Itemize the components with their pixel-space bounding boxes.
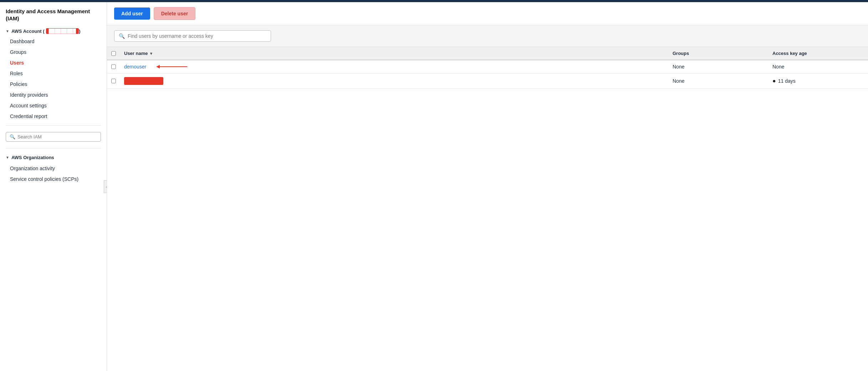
select-all-checkbox[interactable] [111,51,116,56]
search-iam-box: 🔍 [6,132,101,142]
svg-marker-1 [156,65,160,68]
sidebar-item-roles[interactable]: Roles [0,68,107,79]
row1-username-link[interactable]: demouser [124,64,146,70]
check-circle-icon: ● [772,78,776,84]
row1-checkbox-cell [107,61,120,73]
search-iam-input[interactable] [17,134,97,139]
content-area: Add user Delete user 🔍 User name ▼ Grou [107,2,868,371]
users-table: User name ▼ Groups Access key age demous… [107,47,868,89]
row1-username-cell: demouser [120,60,668,73]
sidebar-item-account-settings[interactable]: Account settings [0,100,107,111]
sort-arrow-icon: ▼ [149,51,153,56]
search-iam-icon: 🔍 [10,134,15,139]
user-search-icon: 🔍 [119,33,125,39]
aws-organizations-header[interactable]: ▼ AWS Organizations [0,152,107,163]
account-arrow: ▼ [6,29,9,33]
row2-checkbox[interactable] [111,78,116,83]
row2-groups-cell: None [668,75,768,87]
header-access-key-age: Access key age [768,47,868,60]
row1-checkbox[interactable] [111,64,116,69]
sidebar-item-credential-report[interactable]: Credential report [0,111,107,122]
row1-arrow-annotation [153,65,189,69]
sidebar-item-org-activity[interactable]: Organization activity [0,163,107,174]
sidebar-item-policies[interactable]: Policies [0,79,107,90]
sidebar-item-users[interactable]: Users [0,57,107,68]
add-user-button[interactable]: Add user [114,7,150,20]
user-search-container: 🔍 [107,25,868,47]
aws-account-header[interactable]: ▼ AWS Account ( █████████ ) [0,26,107,36]
account-paren-close: ) [79,29,80,34]
search-iam-wrapper: 🔍 [0,129,107,144]
sidebar-item-groups[interactable]: Groups [0,47,107,57]
table-row: demouser None None [107,60,868,73]
delete-user-button[interactable]: Delete user [154,7,195,20]
org-arrow: ▼ [6,156,9,159]
account-label: AWS Account ( [11,29,45,34]
arrow-annotation-svg [153,65,189,69]
sidebar-title: Identity and Access Management (IAM) [0,8,107,26]
header-groups: Groups [668,47,768,60]
row2-access-key-age: 11 days [778,78,796,84]
table-row: None ● 11 days [107,73,868,89]
row1-groups-cell: None [668,60,768,73]
sidebar-item-scp[interactable]: Service control policies (SCPs) [0,174,107,184]
sidebar: Identity and Access Management (IAM) ▼ A… [0,2,107,371]
sidebar-divider-2 [6,148,101,148]
row2-username-cell [120,73,668,88]
sidebar-item-dashboard[interactable]: Dashboard [0,36,107,47]
toolbar: Add user Delete user [107,2,868,25]
aws-account-section: ▼ AWS Account ( █████████ ) Dashboard Gr… [0,26,107,122]
user-search-input[interactable] [128,33,266,39]
header-username[interactable]: User name ▼ [120,47,668,60]
header-checkbox-cell [107,47,120,60]
main-layout: Identity and Access Management (IAM) ▼ A… [0,2,868,371]
sidebar-collapse-handle[interactable]: ◀ [104,180,107,193]
account-id-badge: █████████ [46,28,79,34]
row2-username-redacted [124,77,163,85]
row2-access-key-cell: ● 11 days [768,74,868,88]
user-search-bar: 🔍 [114,30,271,42]
sidebar-divider-1 [6,125,101,126]
table-header-row: User name ▼ Groups Access key age [107,47,868,60]
row2-checkbox-cell [107,75,120,87]
row1-access-key-cell: None [768,60,868,73]
sidebar-item-identity-providers[interactable]: Identity providers [0,90,107,100]
